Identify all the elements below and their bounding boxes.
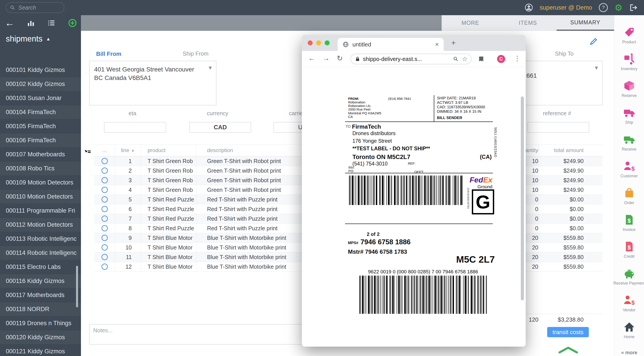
tab-more[interactable]: MORE bbox=[442, 15, 499, 31]
row-radio[interactable] bbox=[102, 244, 108, 251]
zoom-search-icon[interactable] bbox=[453, 56, 458, 62]
user-icon[interactable] bbox=[524, 3, 533, 12]
toolbar-item[interactable]: Ship bbox=[614, 102, 644, 129]
shipment-list-item[interactable]: 000111 Programmable Fri bbox=[0, 204, 81, 218]
browser-forward-icon[interactable]: → bbox=[322, 54, 330, 62]
row-radio[interactable] bbox=[102, 187, 108, 193]
lock-icon bbox=[355, 56, 360, 62]
toolbar-item[interactable]: Vendor bbox=[614, 290, 644, 317]
shipment-list-item[interactable]: 000112 Motion Detectors bbox=[0, 218, 81, 232]
shipment-list-item[interactable]: 000115 Electro Labs bbox=[0, 260, 81, 274]
header-product[interactable]: product bbox=[141, 145, 196, 156]
header-total[interactable]: total amount bbox=[538, 145, 603, 156]
toolbar-item[interactable]: Home bbox=[614, 317, 644, 344]
notes-input[interactable]: Notes... bbox=[89, 324, 313, 345]
shipment-list-item[interactable]: 000106 FirmaTech bbox=[0, 133, 81, 147]
shipment-list-item[interactable]: 000116 Kiddy Gizmos bbox=[0, 274, 81, 288]
new-tab-button[interactable]: + bbox=[451, 38, 456, 47]
collapse-chevron-icon[interactable] bbox=[558, 346, 578, 354]
toolbar-item[interactable]: Receive Payment bbox=[614, 263, 644, 290]
extension-icon[interactable] bbox=[478, 55, 485, 62]
tab-items[interactable]: ITEMS bbox=[499, 15, 556, 31]
to-prefix: TO bbox=[346, 125, 350, 129]
bookmark-star-icon[interactable]: ☆ bbox=[462, 55, 468, 63]
row-radio[interactable] bbox=[102, 235, 108, 241]
toolbar-icon bbox=[624, 187, 635, 199]
shipment-list-item[interactable]: 000114 Robotic Intelligenc bbox=[0, 246, 81, 260]
add-icon[interactable] bbox=[68, 18, 77, 27]
currency-input[interactable]: CAD bbox=[190, 122, 251, 133]
row-radio[interactable] bbox=[102, 206, 108, 212]
popup-scrollbar[interactable] bbox=[521, 96, 524, 300]
search-input[interactable]: Search bbox=[6, 2, 64, 13]
cell-product: T Shirt Green Rob bbox=[141, 156, 196, 166]
tab-summary[interactable]: SUMMARY bbox=[556, 15, 614, 31]
more-button[interactable]: « more bbox=[614, 350, 644, 356]
browser-back-icon[interactable]: ← bbox=[308, 54, 315, 62]
header-line[interactable]: line▲ bbox=[115, 145, 141, 156]
shipment-list-item[interactable]: 000117 Motherboards bbox=[0, 288, 81, 302]
shipment-list-item[interactable]: 000120 Kiddy Gizmos bbox=[0, 330, 81, 344]
toolbar-icon bbox=[624, 26, 635, 38]
browser-popup[interactable]: untitled × + ← → ↻ shippo-delivery-east.… bbox=[302, 35, 526, 347]
settings-gear-icon[interactable]: ⚙ bbox=[614, 3, 622, 12]
toolbar-item[interactable]: Invoice bbox=[614, 209, 644, 236]
bill-from-label[interactable]: Bill From bbox=[96, 50, 122, 57]
toolbar-item[interactable]: Credit bbox=[614, 236, 644, 263]
header-select[interactable]: ... bbox=[94, 145, 115, 156]
shipment-list-item[interactable]: 000113 Robotic Intelligenc bbox=[0, 232, 81, 246]
toolbar-item[interactable]: Receive bbox=[614, 129, 644, 156]
from-line: Robonation Llc. bbox=[348, 104, 381, 108]
shipment-list-item[interactable]: 000110 Motion Detectors bbox=[0, 190, 81, 204]
help-icon[interactable]: ? bbox=[599, 3, 608, 12]
zoom-window-button[interactable] bbox=[325, 40, 330, 45]
sidebar-scrollbar[interactable] bbox=[76, 266, 78, 307]
bill-from-dropdown-icon[interactable]: ▼ bbox=[208, 64, 213, 71]
transit-costs-button[interactable]: transit costs bbox=[547, 327, 589, 337]
edit-pencil-icon[interactable] bbox=[590, 36, 599, 45]
sidebar-title[interactable]: shipments▲ bbox=[0, 31, 81, 47]
shipment-list-item[interactable]: 000118 NORDR bbox=[0, 302, 81, 316]
toolbar-item[interactable]: Reserve bbox=[614, 75, 644, 102]
shipment-list-item[interactable]: 000107 Motherboards bbox=[0, 147, 81, 162]
shipment-list-item[interactable]: 000108 Robo Tics bbox=[0, 162, 81, 176]
toolbar-icon bbox=[624, 214, 635, 226]
browser-reload-icon[interactable]: ↻ bbox=[337, 54, 343, 62]
row-radio[interactable] bbox=[102, 225, 108, 231]
shipment-list-item[interactable]: 000119 Drones n Things bbox=[0, 316, 81, 330]
row-radio[interactable] bbox=[102, 168, 108, 174]
back-arrow-icon[interactable]: ← bbox=[5, 18, 14, 28]
tab-close-icon[interactable]: × bbox=[435, 41, 439, 48]
close-window-button[interactable] bbox=[308, 40, 312, 45]
row-radio[interactable] bbox=[102, 254, 108, 260]
chart-icon[interactable] bbox=[27, 19, 35, 27]
shipment-list-item[interactable]: 000101 Kiddy Gizmos bbox=[0, 63, 81, 77]
browser-menu-icon[interactable]: ⋮ bbox=[514, 54, 520, 62]
shipment-list-item[interactable]: 000103 Susan Jonar bbox=[0, 91, 81, 105]
browser-tab[interactable]: untitled × bbox=[338, 38, 444, 51]
shipment-list-item[interactable]: 000102 Kiddy Gizmos bbox=[0, 77, 81, 91]
popup-toolbar: ← → ↻ shippo-delivery-east.s... ☆ C ⋮ bbox=[302, 51, 526, 67]
row-radio[interactable] bbox=[102, 196, 108, 202]
row-radio[interactable] bbox=[102, 264, 108, 270]
bill-from-address-box[interactable]: 401 West Georgia Street Vancouver BC Can… bbox=[89, 61, 216, 105]
shipment-list-item[interactable]: 000109 Motion Detectors bbox=[0, 176, 81, 190]
toolbar-item[interactable]: Inventory bbox=[614, 49, 644, 75]
toolbar-item[interactable]: Order bbox=[614, 183, 644, 209]
toolbar-item[interactable]: Product bbox=[614, 22, 644, 49]
shipment-list-item[interactable]: 000105 FirmaTech bbox=[0, 119, 81, 133]
logout-icon[interactable] bbox=[629, 3, 638, 12]
list-icon[interactable] bbox=[48, 19, 56, 27]
ship-to-dropdown-icon[interactable]: ▼ bbox=[594, 64, 599, 71]
minimize-window-button[interactable] bbox=[316, 40, 321, 45]
eta-input[interactable] bbox=[104, 122, 166, 133]
row-radio[interactable] bbox=[102, 215, 108, 222]
profile-avatar[interactable]: C bbox=[497, 55, 505, 63]
row-radio[interactable] bbox=[102, 177, 108, 183]
row-radio[interactable] bbox=[102, 158, 108, 164]
shipment-list-item[interactable]: 000121 Kiddy Gizmos bbox=[0, 344, 81, 356]
address-bar[interactable]: shippo-delivery-east.s... ☆ bbox=[350, 54, 472, 64]
shipment-list-item[interactable]: 000104 FirmaTech bbox=[0, 105, 81, 119]
reference-input[interactable] bbox=[528, 122, 589, 133]
toolbar-item[interactable]: Customer bbox=[614, 156, 644, 183]
